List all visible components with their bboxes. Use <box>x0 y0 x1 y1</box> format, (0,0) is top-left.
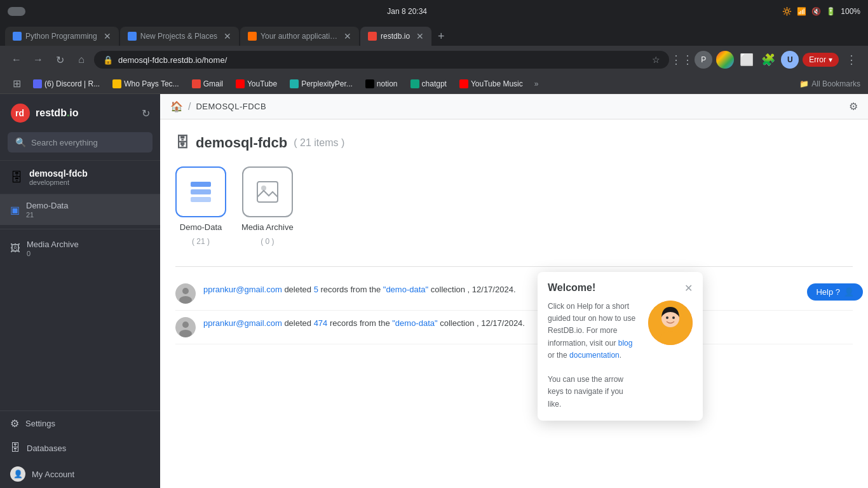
sidebar-item-demo-data-info: Demo-Data 21 <box>26 201 68 219</box>
tab-python[interactable]: Python Programming ✕ <box>5 27 119 46</box>
back-button[interactable]: ← <box>8 51 25 69</box>
sidebar-item-media-archive-count: 0 <box>27 250 79 257</box>
sidebar-item-my-account[interactable]: 👤 My Account <box>0 460 160 488</box>
settings-icon: ⚙ <box>10 417 19 430</box>
search-box: 🔍 <box>8 132 153 152</box>
error-label: Error <box>809 55 826 64</box>
activity-text-1: pprankur@gmail.com deleted 474 records f… <box>203 317 525 330</box>
collection-card-demo-data[interactable]: Demo-Data ( 21 ) <box>175 166 226 246</box>
bookmarks-bar: ⊞ (6) Discord | R... Who Pays Tec... Gma… <box>0 74 868 94</box>
welcome-body-4: You can use the arrow keys to navigate i… <box>548 375 623 408</box>
bookmark-youtube[interactable]: YouTube <box>231 78 282 90</box>
help-label: Help ? <box>816 287 840 297</box>
reload-button[interactable]: ↻ <box>51 51 69 69</box>
sidebar-item-databases-label: Databases <box>27 444 66 453</box>
collection-card-media-archive[interactable]: Media Archive ( 0 ) <box>241 166 294 246</box>
sidebar-item-settings[interactable]: ⚙ Settings <box>0 411 160 436</box>
welcome-docs-link[interactable]: documentation <box>569 351 620 360</box>
tab-restdb[interactable]: restdb.io ✕ <box>360 27 431 46</box>
activity-action-1: deleted <box>284 318 313 328</box>
sidebar-item-settings-label: Settings <box>25 419 55 428</box>
search-input[interactable] <box>31 138 145 147</box>
bookmark-favicon-discord <box>33 79 42 88</box>
error-chevron-icon: ▾ <box>829 55 832 64</box>
new-tab-button[interactable]: + <box>433 27 450 46</box>
bookmark-label-ytmusic: YouTube Music <box>471 79 523 88</box>
tab-close-author[interactable]: ✕ <box>344 31 351 41</box>
svg-point-9 <box>179 296 192 304</box>
sidebar-item-media-archive[interactable]: 🖼 Media Archive 0 <box>0 233 160 264</box>
refresh-icon[interactable]: ↻ <box>142 107 150 119</box>
activity-collection-1: "demo-data" <box>392 318 437 328</box>
tab-close-python[interactable]: ✕ <box>104 31 111 41</box>
bookmark-label-perplexity: PerplexityPer... <box>301 79 353 88</box>
bookmark-ytmusic[interactable]: YouTube Music <box>454 78 528 90</box>
welcome-blog-link[interactable]: blog <box>618 339 633 348</box>
sidebar-item-demo-data[interactable]: ▣ Demo-Data 21 <box>0 194 160 225</box>
bookmark-label-gmail: Gmail <box>203 79 223 88</box>
tab-favicon-python <box>13 32 22 41</box>
databases-icon: 🗄 <box>10 442 20 454</box>
help-user-icon: 👤 <box>844 287 854 297</box>
perplexity-button[interactable]: P <box>695 51 712 69</box>
bookmark-favicon-perplexity <box>290 79 299 88</box>
bookmark-discord[interactable]: (6) Discord | R... <box>28 78 105 90</box>
collection-name-media-archive: Media Archive <box>241 222 294 232</box>
breadcrumb-settings-icon[interactable]: ⚙ <box>849 100 858 112</box>
bookmark-whopays[interactable]: Who Pays Tec... <box>107 78 184 90</box>
welcome-title: Welcome! <box>548 282 595 294</box>
address-bar[interactable]: 🔒 demosql-fdcb.restdb.io/home/ ☆ <box>94 51 669 69</box>
bookmark-star-icon[interactable]: ☆ <box>652 55 660 65</box>
sidebar-db-section: 🗄 demosql-fdcb development <box>0 160 160 194</box>
welcome-popup-header: Welcome! ✕ <box>548 282 693 294</box>
breadcrumb-bar: 🏠 / DEMOSQL-FDCB ⚙ <box>160 94 868 119</box>
activity-action-0: deleted <box>284 285 313 294</box>
tab-favicon-restdb <box>368 32 377 41</box>
tab-title-newprojects: New Projects & Places <box>140 32 217 41</box>
bookmark-gmail[interactable]: Gmail <box>187 78 228 90</box>
all-bookmarks-button[interactable]: 📁 All Bookmarks <box>799 79 860 88</box>
color-picker-button[interactable] <box>716 51 734 69</box>
bookmark-label-whopays: Who Pays Tec... <box>124 79 179 88</box>
tab-close-newprojects[interactable]: ✕ <box>224 31 231 41</box>
home-button[interactable]: ⌂ <box>72 51 90 69</box>
sidebar-bottom: ⚙ Settings 🗄 Databases 👤 My Account <box>0 410 160 488</box>
breadcrumb-home-icon[interactable]: 🏠 <box>170 100 183 112</box>
help-button[interactable]: Help ? 👤 <box>807 283 863 301</box>
apps-button[interactable]: ⊞ <box>8 75 25 93</box>
collections-grid: Demo-Data ( 21 ) Media Archive ( 0 ) <box>175 166 853 246</box>
puzzle-button[interactable]: 🧩 <box>759 51 777 69</box>
profile-button[interactable]: U <box>781 51 799 69</box>
svg-rect-2 <box>191 182 211 187</box>
welcome-body-text: Click on Help for a short guided tour on… <box>548 301 637 410</box>
sidebar-header: rd restdb.io ↻ <box>0 94 160 132</box>
sidebar-divider-1 <box>0 229 160 229</box>
activity-avatar-img-0 <box>175 283 196 304</box>
screenshot-button[interactable]: ⬜ <box>738 51 756 69</box>
sidebar-logo: rd restdb.io <box>10 103 79 123</box>
extensions-button[interactable]: ⋮⋮ <box>673 51 691 69</box>
bookmark-perplexity[interactable]: PerplexityPer... <box>285 78 358 90</box>
bookmark-chatgpt[interactable]: chatgpt <box>405 78 452 90</box>
svg-rect-4 <box>191 197 211 202</box>
page-content: 🗄 demosql-fdcb ( 21 items ) Demo-Data <box>160 119 868 488</box>
menu-button[interactable]: ⋮ <box>843 51 860 69</box>
welcome-close-button[interactable]: ✕ <box>684 282 693 294</box>
activity-email-1: pprankur@gmail.com <box>203 318 282 328</box>
activity-detail-0: records from the <box>321 285 383 294</box>
bookmarks-more-button[interactable]: » <box>531 78 543 90</box>
bookmark-label-discord: (6) Discord | R... <box>44 79 100 88</box>
error-button[interactable]: Error ▾ <box>803 53 839 67</box>
bookmark-label-chatgpt: chatgpt <box>422 79 447 88</box>
sidebar-item-databases[interactable]: 🗄 Databases <box>0 436 160 460</box>
tab-close-restdb[interactable]: ✕ <box>416 31 424 41</box>
search-icon: 🔍 <box>15 137 26 147</box>
bookmark-label-youtube: YouTube <box>247 79 277 88</box>
tab-newprojects[interactable]: New Projects & Places ✕ <box>120 27 239 46</box>
forward-button[interactable]: → <box>29 51 47 69</box>
activity-suffix-1: collection , 12/17/2024. <box>440 318 525 328</box>
bookmark-favicon-chatgpt <box>410 79 419 88</box>
tab-title-author: Your author applicati… <box>261 32 337 41</box>
bookmark-notion[interactable]: notion <box>360 78 403 90</box>
tab-author[interactable]: Your author applicati… ✕ <box>240 27 359 46</box>
